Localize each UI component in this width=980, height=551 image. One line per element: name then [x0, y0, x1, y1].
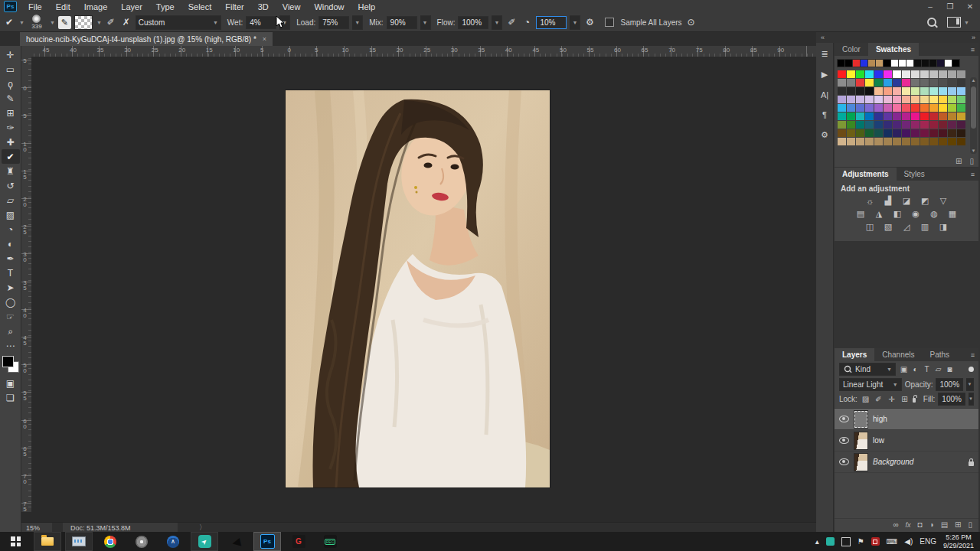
- hand-tool[interactable]: ☞: [2, 309, 20, 324]
- layer-row-background[interactable]: Background: [835, 452, 978, 473]
- swatch[interactable]: [902, 87, 910, 95]
- swatch[interactable]: [856, 129, 864, 137]
- swatch[interactable]: [911, 112, 920, 120]
- swatch[interactable]: [957, 104, 965, 112]
- gradient-tool[interactable]: ▨: [2, 207, 20, 222]
- swatch[interactable]: [957, 138, 965, 145]
- tab-styles[interactable]: Styles: [897, 168, 933, 181]
- swatch[interactable]: [847, 87, 855, 95]
- swatch[interactable]: [920, 112, 929, 120]
- blend-mode-select[interactable]: Linear Light▼: [839, 378, 902, 391]
- useful-combinations-select[interactable]: Custom▼: [136, 15, 221, 30]
- taskbar-screen-recorder[interactable]: REC: [316, 532, 344, 551]
- swatch[interactable]: [884, 79, 892, 86]
- tab-swatches[interactable]: Swatches: [868, 43, 919, 56]
- swatch[interactable]: [874, 112, 883, 120]
- quick-mask-button[interactable]: ▣: [2, 376, 20, 390]
- swatch[interactable]: [948, 112, 956, 120]
- swatch[interactable]: [902, 121, 910, 129]
- selective-color-icon[interactable]: ◨: [938, 222, 949, 232]
- swatch[interactable]: [865, 96, 874, 103]
- swatch[interactable]: [902, 79, 910, 86]
- swatch[interactable]: [957, 79, 965, 86]
- menu-edit[interactable]: Edit: [49, 2, 77, 11]
- swatch[interactable]: [920, 138, 929, 145]
- marquee-tool[interactable]: ▭: [2, 62, 20, 77]
- tab-close-icon[interactable]: ×: [263, 35, 266, 43]
- collapse-panels-icon[interactable]: «: [821, 34, 825, 41]
- swatch[interactable]: [874, 104, 883, 112]
- swatch[interactable]: [847, 129, 855, 137]
- photo-filter-icon[interactable]: ◉: [910, 209, 922, 219]
- swatch[interactable]: [847, 104, 855, 112]
- lasso-tool[interactable]: ϙ: [2, 77, 20, 91]
- history-brush-tool[interactable]: ↺: [2, 178, 20, 193]
- tray-window-icon[interactable]: [841, 537, 851, 546]
- swatch[interactable]: [939, 129, 947, 137]
- curves-icon[interactable]: ◪: [901, 196, 913, 206]
- menu-type[interactable]: Type: [149, 2, 181, 11]
- swatch[interactable]: [893, 96, 901, 103]
- paragraph-panel[interactable]: ¶: [822, 110, 827, 119]
- tray-flag-icon[interactable]: ⚑: [858, 537, 864, 546]
- swatch[interactable]: [838, 70, 846, 78]
- swatch[interactable]: [838, 104, 846, 112]
- swatch[interactable]: [847, 96, 855, 103]
- black-white-icon[interactable]: ◧: [892, 209, 903, 219]
- swatch[interactable]: [929, 79, 938, 86]
- levels-icon[interactable]: ▟: [883, 196, 894, 206]
- gradient-map-icon[interactable]: ▥: [920, 222, 931, 232]
- swatch[interactable]: [929, 129, 938, 137]
- tab-channels[interactable]: Channels: [874, 348, 922, 361]
- start-button[interactable]: [0, 532, 31, 551]
- swatch[interactable]: [948, 138, 956, 145]
- swatch[interactable]: [856, 96, 864, 103]
- tab-layers[interactable]: Layers: [835, 348, 874, 361]
- filter-shape-layers-icon[interactable]: ▱: [933, 365, 943, 373]
- swatch[interactable]: [957, 129, 965, 137]
- delete-swatch[interactable]: ▯: [969, 157, 974, 165]
- swatch[interactable]: [884, 121, 892, 129]
- brush-settings-panel[interactable]: ≣: [821, 49, 828, 59]
- swatch[interactable]: [884, 129, 892, 137]
- swatch[interactable]: [893, 70, 901, 78]
- tray-recorder-icon[interactable]: [871, 537, 880, 546]
- swatch[interactable]: [948, 87, 956, 95]
- recent-swatch[interactable]: [906, 60, 913, 67]
- layer-thumbnail[interactable]: [854, 454, 867, 471]
- type-tool[interactable]: T: [2, 266, 20, 280]
- tab-paths[interactable]: Paths: [923, 348, 958, 361]
- taskbar-browser-app[interactable]: ∧: [159, 532, 187, 551]
- posterize-icon[interactable]: ▧: [883, 222, 894, 232]
- lock-transparent-pixels-icon[interactable]: ▨: [861, 395, 871, 403]
- swatch[interactable]: [902, 138, 910, 145]
- swatch[interactable]: [939, 96, 947, 103]
- tab-adjustments[interactable]: Adjustments: [835, 168, 897, 181]
- smoothing-icon[interactable]: ◔: [521, 15, 533, 30]
- swatch[interactable]: [874, 96, 883, 103]
- tray-volume-icon[interactable]: ◀): [904, 537, 913, 546]
- crop-tool[interactable]: ⊞: [2, 106, 20, 120]
- load-brush-icon[interactable]: ✐: [105, 15, 117, 30]
- brush-settings-toggle[interactable]: ✎: [58, 16, 71, 29]
- swatch[interactable]: [911, 121, 920, 129]
- filter-pixel-layers-icon[interactable]: ▣: [899, 365, 909, 373]
- quick-selection-tool[interactable]: ✎: [2, 91, 20, 106]
- exposure-icon[interactable]: ◩: [920, 196, 931, 206]
- lock-artboard-icon[interactable]: ⊞: [900, 395, 910, 403]
- mixer-brush-tool-icon[interactable]: ✔: [3, 15, 15, 30]
- document-tab[interactable]: houcine-ncib-KyGuDCAj-t4-unsplash (1).jp…: [20, 32, 273, 46]
- tray-chevron-icon[interactable]: ▴: [815, 537, 819, 546]
- swatch[interactable]: [865, 129, 874, 137]
- swatch[interactable]: [874, 87, 883, 95]
- sample-all-layers-checkbox[interactable]: [605, 18, 614, 27]
- swatch[interactable]: [874, 79, 883, 86]
- swatch[interactable]: [920, 129, 929, 137]
- swatch[interactable]: [920, 104, 929, 112]
- eyedropper-tool[interactable]: ✑: [2, 120, 20, 135]
- visibility-eye-icon[interactable]: [839, 458, 849, 465]
- swatch[interactable]: [939, 138, 947, 145]
- new-layer-icon[interactable]: ⊞: [955, 520, 961, 529]
- more-tools[interactable]: ⋯: [2, 338, 20, 353]
- swatch[interactable]: [911, 70, 920, 78]
